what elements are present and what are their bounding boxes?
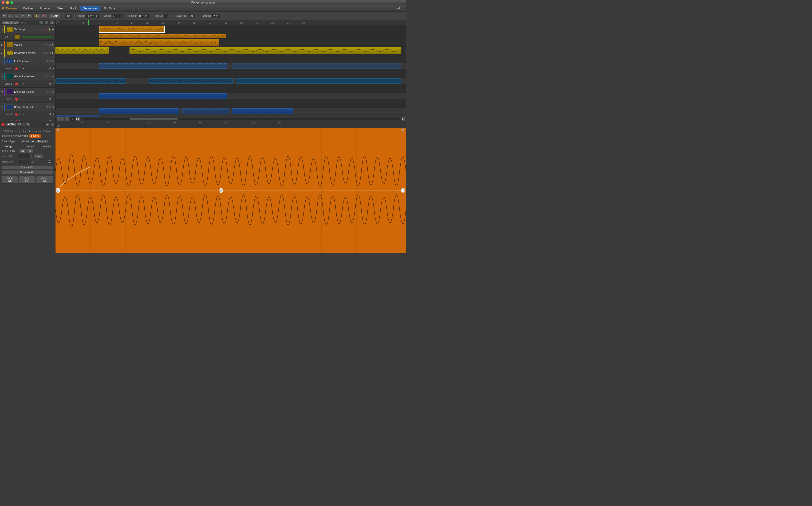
clip-bass-chord-lane3-1[interactable] [99, 108, 179, 114]
track-main-top-loop[interactable]: ▼ Top Loop M S ⏺ 🔒 ▶ [0, 25, 55, 33]
normalize-btn[interactable]: Normalize Clip [2, 170, 54, 174]
mute-btn-fat-bass[interactable]: M [46, 60, 48, 63]
slice-edit-btn[interactable]: Slice Edit [2, 176, 18, 184]
clip-top-loop-main[interactable] [99, 34, 226, 38]
editor-snap-btn[interactable]: SNAP [6, 123, 15, 126]
mute-btn-hf[interactable]: M [42, 52, 45, 54]
close-button[interactable] [2, 1, 5, 4]
clip-fat-bass-2[interactable] [232, 63, 401, 69]
solo-btn-fat-bass[interactable]: S [49, 60, 51, 63]
track-arrow-vocals[interactable]: ▶ [1, 44, 3, 46]
lane-arrow-ex-1[interactable]: ▾ [22, 98, 24, 100]
lane-rec-btn-fb-1[interactable] [15, 67, 18, 70]
bounce-btn[interactable]: Bounce [29, 134, 41, 138]
solo-btn-hf[interactable]: S [46, 52, 48, 54]
track-arrow-bass-chord[interactable]: ▼ [1, 106, 3, 108]
mini-back-btn[interactable]: − [65, 117, 70, 121]
large-waveform-display[interactable] [56, 128, 406, 253]
scale-pct-input[interactable]: 100 [19, 154, 29, 158]
lane-arrow-bc-1[interactable]: ▾ [23, 120, 24, 121]
tool-pencil[interactable]: ✏ [1, 13, 7, 19]
clip-glistening-1[interactable] [56, 78, 126, 84]
track-main-hardware-fortress[interactable]: ▶ Hardware Fortress M S ◎ ▶ [0, 49, 55, 57]
editor-info-btn[interactable]: ℹ [51, 123, 54, 126]
lane-rec-btn-ex-1[interactable] [15, 98, 18, 101]
track-arrow-fat-bass[interactable]: ▼ [1, 60, 3, 63]
lane-m-ex-1[interactable]: M [49, 98, 51, 100]
clip-top-loop-1[interactable] [99, 26, 165, 33]
menu-item-help[interactable]: Help [392, 6, 404, 11]
transpose-value-input[interactable]: 2 [19, 160, 30, 163]
mini-fwd-btn[interactable]: ▶▶ [76, 117, 80, 121]
clip-hf-2[interactable] [129, 47, 401, 54]
solo-btn-glistening[interactable]: S [49, 75, 51, 78]
track-main-glistening[interactable]: ▼ Glistening House M S ◎ [0, 72, 55, 80]
solo-btn-top-loop[interactable]: S [41, 28, 44, 31]
fade-out-value[interactable]: 0. 0 [164, 14, 171, 18]
menu-item-browser[interactable]: Browser [37, 6, 53, 11]
clip-hf-1[interactable] [56, 47, 109, 54]
editor-view-btn[interactable]: ≡ [46, 123, 50, 126]
play-btn-vocals[interactable]: ▶ [52, 43, 54, 46]
position-value[interactable]: 9. 2. 1. 0 [86, 14, 99, 18]
monitor-btn-vocals[interactable]: ◎ [49, 43, 51, 46]
editor-close-btn[interactable]: ✕ [1, 123, 5, 126]
tool-razor[interactable]: ✂ [20, 13, 25, 19]
mute-btn-expander[interactable]: M [46, 90, 48, 93]
track-arrow-hf[interactable]: ▶ [1, 52, 3, 54]
track-options-button[interactable]: ≡ [44, 21, 48, 24]
clip-glistening-2[interactable] [149, 78, 233, 84]
tool-select[interactable]: ⤢ [14, 13, 19, 19]
lane-rec-btn-bc-1[interactable] [15, 120, 18, 121]
vocal-edit-btn[interactable]: Vocal Edit [19, 176, 35, 184]
seq-scrollbar-thumb[interactable] [130, 118, 178, 120]
mute-btn-vocals[interactable]: M [42, 43, 45, 46]
tool-mute[interactable]: 🔇 [41, 13, 47, 19]
maximize-button[interactable] [10, 1, 13, 4]
track-arrow-glistening[interactable]: ▼ [1, 75, 3, 78]
clip-bass-chord-lane1[interactable] [56, 115, 100, 116]
editor-grid-select[interactable]: Grid (1/16) [16, 123, 30, 126]
time-sig-value[interactable]: 1/4 [65, 14, 72, 18]
monitor-btn-fat-bass[interactable]: ◎ [52, 60, 54, 63]
x2-btn[interactable]: x2 [19, 149, 26, 153]
reverse-btn[interactable]: Reverse Clip [2, 165, 54, 169]
tool-zoom-in[interactable]: 🔍 [26, 13, 33, 19]
monitor-btn-expander[interactable]: ◎ [52, 90, 54, 93]
lane-m-fb-1[interactable]: M [49, 67, 51, 70]
scale-pct-down[interactable]: ▼ [30, 156, 32, 158]
seq-end-btn[interactable]: ▶| [401, 117, 405, 121]
lane-m-bc-3[interactable]: M [49, 113, 51, 116]
clip-expander-1[interactable] [99, 93, 227, 99]
mute-btn-glistening[interactable]: M [46, 75, 48, 78]
lane-arrow-bc-3[interactable]: ▾ [22, 113, 24, 116]
track-main-expander[interactable]: ▼ Expander X Keys M S ◎ [0, 88, 55, 96]
tool-eraser[interactable]: ◌ [7, 13, 13, 19]
mini-play-btn[interactable]: ▶ [70, 117, 75, 121]
solo-btn-expander[interactable]: S [49, 90, 51, 93]
lane-m-bc-1[interactable]: M [49, 120, 51, 121]
minimize-button[interactable] [6, 1, 9, 4]
play-btn-top-loop[interactable]: ▶ [52, 28, 54, 31]
menu-item-mixer[interactable]: Mixer [54, 6, 67, 11]
clip-glistening-3[interactable] [236, 78, 401, 84]
header-s-btn[interactable]: S [25, 21, 27, 24]
monitor-btn-glistening[interactable]: ◎ [52, 75, 54, 78]
menu-item-sequencer[interactable]: Sequencer [80, 6, 100, 11]
transpose-value[interactable]: 2. 20 [212, 14, 220, 18]
length-value[interactable]: 2. 0. 0. 0 [112, 14, 124, 18]
mute-btn-top-loop[interactable]: M [38, 28, 41, 31]
resize-button[interactable]: ◻ [50, 21, 54, 24]
play-btn-hf[interactable]: ▶ [52, 52, 54, 54]
lane-x-bc-1[interactable]: ✕ [53, 120, 54, 121]
clip-bass-chord-lane3-2[interactable] [182, 108, 230, 114]
rec-btn-top-loop[interactable]: ⏺ [44, 28, 47, 31]
monitor-btn-bass-chord[interactable]: ◎ [52, 105, 54, 108]
menu-item-flip-rack[interactable]: Flip Rack [101, 6, 118, 11]
clip-bass-chord-lane3-3[interactable] [232, 108, 293, 114]
disable-btn[interactable]: Disable [36, 140, 48, 144]
window-controls[interactable] [2, 1, 13, 4]
track-arrow-top-loop[interactable]: ▼ [1, 28, 3, 31]
lane-x-bc-3[interactable]: ✕ [53, 113, 54, 116]
seq-scrollbar-track[interactable] [82, 118, 400, 120]
